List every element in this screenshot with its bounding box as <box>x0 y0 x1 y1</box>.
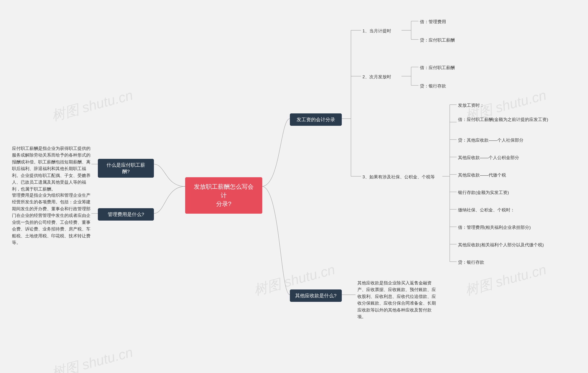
b1-n2: 2、次月发放时 <box>362 73 401 80</box>
right-b2-desc: 其他应收款是指企业除买入返售金融资产、应收票据、应收账款、预付账款、应收股利、应… <box>357 280 440 320</box>
root-node[interactable]: 发放职工薪酬怎么写会计 分录? <box>185 177 262 214</box>
b1-n3-l7: 借：管理费用(相关福利企业承担部分) <box>458 224 555 231</box>
mindmap-stage: { "watermark": "树图 shutu.cn", "root": { … <box>0 0 588 373</box>
b1-n3-l0: 发放工资时： <box>458 102 555 109</box>
left-q1-box[interactable]: 什么是应付职工薪酬? <box>98 159 154 178</box>
b1-n3-l4: 其他应收款——代缴个税 <box>458 172 555 178</box>
b1-n3-l2: 贷：其他应收款——个人社保部分 <box>458 137 555 143</box>
b1-n3: 3、如果有涉及社保、公积金、个税等 <box>362 173 443 180</box>
b1-n1-credit: 贷：应付职工薪酬 <box>420 37 489 43</box>
b1-n3-l6: 缴纳社保、公积金、个税时： <box>458 207 555 213</box>
right-b1-box[interactable]: 发工资的会计分录 <box>290 113 342 126</box>
b1-n1-debit: 借：管理费用 <box>420 18 489 25</box>
b1-n3-l8: 其他应收款(相关福利个人部分以及代缴个税) <box>458 242 555 248</box>
watermark: 树图 shutu.cn <box>463 260 548 300</box>
b1-n1: 1、当月计提时 <box>362 28 401 34</box>
b1-n3-l3: 其他应收款——个人公积金部分 <box>458 154 555 161</box>
left-q2-desc: 管理费用是指企业为组织和管理企业生产经营所发生的各项费用。包括：企业筹建期间发生… <box>12 192 91 246</box>
left-q1-desc: 应付职工薪酬是指企业为获得职工提供的服务或解除劳动关系而给予的各种形式的报酬或补… <box>12 145 91 192</box>
b1-n3-l5: 银行存款(金额为实发工资) <box>458 189 555 196</box>
watermark: 树图 shutu.cn <box>50 343 135 373</box>
b1-n2-credit: 贷：银行存款 <box>420 83 489 89</box>
b1-n3-l1: 借：应付职工薪酬(金额为之前计提的应发工资) <box>458 116 555 123</box>
left-q2-box[interactable]: 管理费用是什么? <box>98 208 154 221</box>
b1-n2-debit: 借：应付职工薪酬 <box>420 64 489 71</box>
right-b2-box[interactable]: 其他应收款是什么? <box>290 290 342 302</box>
watermark: 树图 shutu.cn <box>50 86 135 125</box>
b1-n3-l9: 贷：银行存款 <box>458 259 555 266</box>
